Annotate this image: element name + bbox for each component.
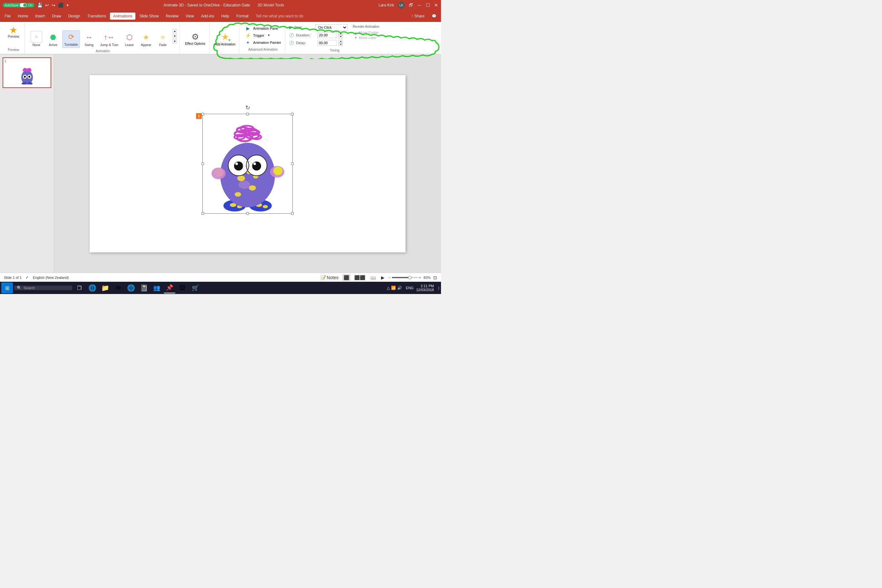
scroll-up[interactable]: ▲	[172, 29, 177, 33]
delay-up[interactable]: ▲	[339, 40, 343, 43]
duration-up[interactable]: ▲	[339, 32, 343, 35]
add-animation-button[interactable]: ★ + Add Animation	[212, 29, 238, 48]
autosave-badge[interactable]: AutoSave On	[3, 3, 34, 8]
search-bar[interactable]: 🔍 Search	[14, 286, 72, 290]
scroll-down[interactable]: ▼	[172, 34, 177, 39]
animation-jump-turn[interactable]: ↑↔ Jump & Turn	[98, 31, 120, 48]
animation-fade[interactable]: ★ Fade	[155, 31, 171, 48]
presenter-view-button[interactable]: ▶	[380, 274, 386, 281]
slide-thumbnail-1[interactable]: 1	[3, 57, 51, 88]
menu-draw[interactable]: Draw	[49, 13, 64, 20]
duration-down[interactable]: ▼	[339, 35, 343, 38]
notes-label: Notes	[327, 275, 339, 280]
minimize-icon[interactable]: ─	[417, 3, 422, 8]
animation-turntable[interactable]: ⟳ Turntable	[62, 30, 80, 48]
clock-date: 12/03/2018	[416, 288, 434, 292]
save-icon[interactable]: 💾	[37, 3, 42, 8]
menu-slideshow[interactable]: Slide Show	[136, 13, 162, 20]
animation-leave[interactable]: ⬡ Leave	[122, 31, 137, 48]
user-avatar[interactable]: LK	[398, 2, 405, 9]
store-icon[interactable]: 🛒	[189, 282, 201, 293]
animation-appear[interactable]: ★ Appear	[138, 31, 154, 48]
notes-icon: 📝	[320, 275, 326, 280]
menu-share[interactable]: ↑ Share	[408, 13, 428, 20]
move-earlier-button[interactable]: ▲ Move Earlier	[352, 30, 380, 35]
menu-addins[interactable]: Add-ins	[198, 13, 218, 20]
effect-options-button[interactable]: ⚙ Effect Options	[183, 30, 208, 47]
menu-help[interactable]: Help	[218, 13, 232, 20]
trigger-button[interactable]: ⚡ Trigger ▼	[243, 32, 282, 39]
animation-arrive[interactable]: ⬣ Arrive	[45, 31, 61, 48]
volume-icon[interactable]: 🔊	[397, 286, 402, 290]
photos-icon[interactable]: 🖼	[177, 282, 188, 293]
animation-painter-button[interactable]: ✦ Animation Painter	[243, 39, 282, 46]
duration-clock-icon: 🕐	[289, 33, 294, 38]
fit-slide-button[interactable]: ⊡	[433, 275, 437, 280]
animation-swing[interactable]: ↔ Swing	[81, 31, 97, 48]
network-icon[interactable]: 📶	[391, 286, 396, 290]
redo-icon[interactable]: ↪	[52, 3, 56, 8]
menu-insert[interactable]: Insert	[32, 13, 48, 20]
zoom-slider[interactable]	[392, 277, 418, 278]
start-select[interactable]: On Click With Previous After Previous	[315, 24, 348, 31]
zoom-out-button[interactable]: −	[388, 276, 390, 279]
notification-icon[interactable]: △	[387, 286, 390, 290]
animation-pane-button[interactable]: ▶ Animation Pane	[243, 25, 282, 32]
menu-design[interactable]: Design	[65, 13, 83, 20]
animation-none[interactable]: ✕ None	[29, 30, 44, 48]
delay-spinner[interactable]: ▲ ▼	[339, 40, 343, 46]
normal-view-button[interactable]: ⬛	[342, 274, 350, 281]
menu-file[interactable]: File	[1, 13, 14, 20]
animation-scroll[interactable]: ▲ ▼ ▼	[172, 29, 177, 44]
mail-icon[interactable]: ✉	[112, 282, 124, 293]
rotate-handle[interactable]: ↻	[245, 104, 250, 111]
menu-search[interactable]: Tell me what you want to do	[252, 13, 307, 20]
trigger-dropdown-icon[interactable]: ▼	[268, 34, 270, 37]
start-label: Start:	[294, 26, 314, 29]
reading-view-button[interactable]: 📖	[369, 274, 377, 281]
notes-button[interactable]: 📝 Notes	[319, 274, 340, 281]
menu-transitions[interactable]: Transitions	[84, 13, 109, 20]
zoom-thumb[interactable]	[408, 276, 411, 279]
menu-animations[interactable]: Animations	[110, 13, 135, 20]
language-indicator[interactable]: ENG	[405, 286, 415, 290]
menu-home[interactable]: Home	[15, 13, 31, 20]
close-icon[interactable]: ✕	[434, 3, 438, 8]
autosave-toggle[interactable]	[20, 3, 27, 7]
arrive-icon: ⬣	[48, 32, 58, 42]
svg-point-21	[249, 185, 256, 190]
maximize-icon[interactable]: ☐	[426, 3, 430, 8]
zoom-level[interactable]: 83%	[424, 276, 430, 279]
menu-comments[interactable]: 💬	[428, 13, 440, 20]
add-animation-star-icon: ★	[221, 32, 229, 42]
present-icon[interactable]: ⬛	[58, 3, 63, 8]
delay-down[interactable]: ▼	[339, 43, 343, 46]
show-desktop-button[interactable]: |	[438, 282, 440, 293]
ie-icon[interactable]: 🌐	[125, 282, 136, 293]
menu-format[interactable]: Format	[233, 13, 252, 20]
status-left: Slide 1 of 1 ✓ English (New Zealand)	[4, 275, 314, 280]
menu-review[interactable]: Review	[162, 13, 182, 20]
teams-icon[interactable]: 👥	[151, 282, 162, 293]
taskview-button[interactable]: ❐	[74, 282, 85, 293]
onenote-icon[interactable]: 📓	[138, 282, 150, 293]
delay-input[interactable]	[317, 40, 336, 46]
duration-input[interactable]	[317, 32, 336, 38]
zoom-in-button[interactable]: +	[419, 276, 421, 279]
system-clock[interactable]: 2:11 PM 12/03/2018	[416, 284, 436, 292]
edge-icon[interactable]: 🌐	[86, 282, 98, 293]
preview-button[interactable]: ★ Preview	[5, 24, 22, 40]
explorer-icon[interactable]: 📁	[99, 282, 111, 293]
slide-sorter-button[interactable]: ⬛⬛	[353, 274, 366, 281]
start-button[interactable]: ⊞	[1, 282, 13, 293]
menu-view[interactable]: View	[183, 13, 197, 20]
duration-spinner[interactable]: ▲ ▼	[339, 32, 343, 38]
move-later-button[interactable]: ▼ Move Later	[352, 36, 378, 40]
scroll-more[interactable]: ▼	[172, 39, 177, 44]
powerpoint-icon[interactable]: 📌	[164, 282, 176, 293]
restore-icon[interactable]: 🗗	[409, 3, 413, 8]
duration-label: Duration:	[296, 33, 315, 37]
dropdown-icon[interactable]: ▼	[66, 3, 69, 7]
selected-object[interactable]: 1 ↻	[202, 114, 293, 214]
undo-icon[interactable]: ↩	[45, 3, 49, 8]
